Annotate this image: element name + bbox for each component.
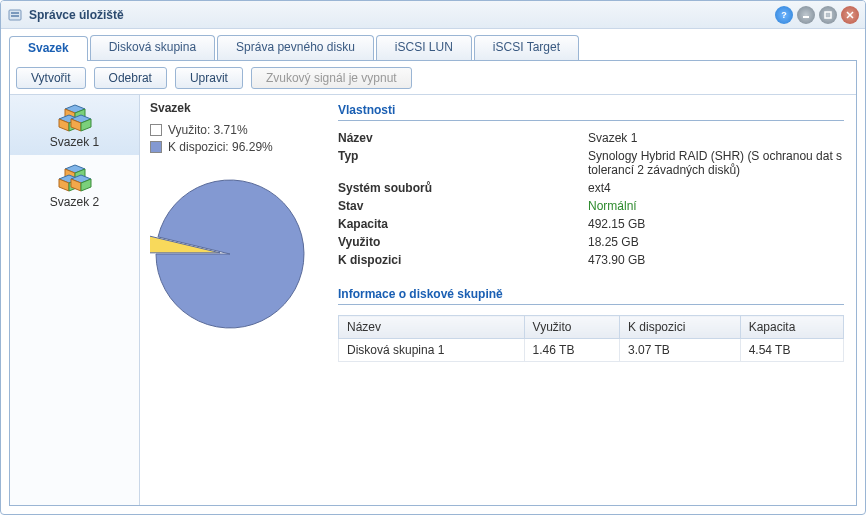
prop-used: Využito 18.25 GB xyxy=(338,235,844,249)
prop-status: Stav Normální xyxy=(338,199,844,213)
diskgroup-header: Informace o diskové skupině xyxy=(338,287,844,305)
create-button[interactable]: Vytvořit xyxy=(16,67,86,89)
sidebar-item-label: Svazek 1 xyxy=(10,135,139,149)
legend-used-label: Využito: 3.71% xyxy=(168,123,248,137)
tab-iscsi-lun[interactable]: iSCSI LUN xyxy=(376,35,472,60)
pie-legend: Využito: 3.71% K dispozici: 96.29% xyxy=(150,123,330,154)
col-used: Využito xyxy=(524,316,619,339)
pie-chart xyxy=(150,174,310,334)
properties-header: Vlastnosti xyxy=(338,103,844,121)
help-button[interactable]: ? xyxy=(775,6,793,24)
volume-icon xyxy=(57,163,93,193)
detail-pane: Svazek Využito: 3.71% K dispozici: 96.29… xyxy=(140,95,856,505)
window-buttons: ? xyxy=(775,6,859,24)
legend-swatch-used xyxy=(150,124,162,136)
svg-rect-5 xyxy=(825,12,831,18)
window-body: Svazek Disková skupina Správa pevného di… xyxy=(1,29,865,514)
title-bar: Správce úložiště ? xyxy=(1,1,865,29)
toolbar: Vytvořit Odebrat Upravit Zvukový signál … xyxy=(10,61,856,95)
col-avail: K dispozici xyxy=(619,316,740,339)
properties-column: Vlastnosti Název Svazek 1 Typ Synology H… xyxy=(330,101,844,493)
legend-swatch-avail xyxy=(150,141,162,153)
volume-sidebar: Svazek 1 Svazek 2 xyxy=(10,95,140,505)
tab-hdd[interactable]: Správa pevného disku xyxy=(217,35,374,60)
close-button[interactable] xyxy=(841,6,859,24)
main-area: Svazek 1 Svazek 2 Svazek xyxy=(10,95,856,505)
remove-button[interactable]: Odebrat xyxy=(94,67,167,89)
maximize-button[interactable] xyxy=(819,6,837,24)
legend-used: Využito: 3.71% xyxy=(150,123,330,137)
diskgroup-table: Název Využito K dispozici Kapacita Disko… xyxy=(338,315,844,362)
tab-content: Vytvořit Odebrat Upravit Zvukový signál … xyxy=(9,61,857,506)
table-header-row: Název Využito K dispozici Kapacita xyxy=(339,316,844,339)
prop-avail: K dispozici 473.90 GB xyxy=(338,253,844,267)
prop-name: Název Svazek 1 xyxy=(338,131,844,145)
svg-rect-2 xyxy=(11,15,19,17)
col-cap: Kapacita xyxy=(740,316,843,339)
prop-type: Typ Synology Hybrid RAID (SHR) (S ochran… xyxy=(338,149,844,177)
tab-iscsi-target[interactable]: iSCSI Target xyxy=(474,35,579,60)
svg-rect-1 xyxy=(11,12,19,14)
tab-diskgroup[interactable]: Disková skupina xyxy=(90,35,215,60)
legend-avail: K dispozici: 96.29% xyxy=(150,140,330,154)
volume-heading: Svazek xyxy=(150,101,330,115)
prop-filesystem: Systém souborů ext4 xyxy=(338,181,844,195)
volume-icon xyxy=(57,103,93,133)
legend-avail-label: K dispozici: 96.29% xyxy=(168,140,273,154)
sidebar-item-volume-2[interactable]: Svazek 2 xyxy=(10,155,139,215)
sidebar-item-volume-1[interactable]: Svazek 1 xyxy=(10,95,139,155)
sidebar-item-label: Svazek 2 xyxy=(10,195,139,209)
edit-button[interactable]: Upravit xyxy=(175,67,243,89)
tab-bar: Svazek Disková skupina Správa pevného di… xyxy=(9,35,857,61)
col-name: Název xyxy=(339,316,525,339)
table-row[interactable]: Disková skupina 1 1.46 TB 3.07 TB 4.54 T… xyxy=(339,339,844,362)
minimize-button[interactable] xyxy=(797,6,815,24)
window-title: Správce úložiště xyxy=(29,8,775,22)
prop-capacity: Kapacita 492.15 GB xyxy=(338,217,844,231)
storage-manager-window: Správce úložiště ? Svazek Disková skupin… xyxy=(0,0,866,515)
svg-text:?: ? xyxy=(781,10,787,20)
usage-column: Svazek Využito: 3.71% K dispozici: 96.29… xyxy=(150,101,330,493)
tab-volume[interactable]: Svazek xyxy=(9,36,88,61)
beep-off-button[interactable]: Zvukový signál je vypnut xyxy=(251,67,412,89)
app-icon xyxy=(7,7,23,23)
